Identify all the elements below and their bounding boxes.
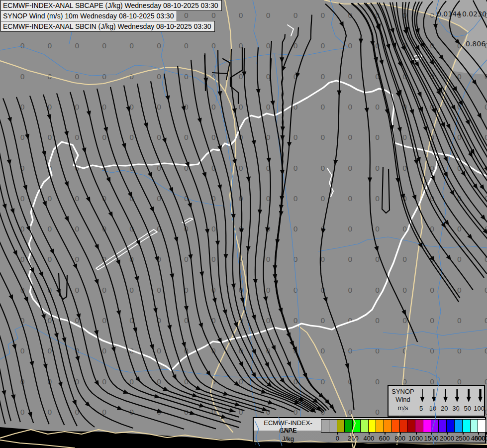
cape-tick-label: 6000	[470, 435, 487, 442]
svg-text:0: 0	[430, 286, 434, 294]
svg-text:0: 0	[320, 133, 325, 141]
wind-speed-value: 5	[415, 405, 427, 412]
svg-text:0: 0	[129, 378, 134, 386]
cape-color-swatch	[329, 420, 337, 432]
cape-color-swatch	[391, 420, 399, 432]
svg-text:0: 0	[20, 195, 24, 203]
svg-text:0: 0	[402, 317, 407, 325]
cape-color-swatch	[352, 420, 360, 432]
svg-text:0: 0	[75, 195, 79, 203]
svg-text:0: 0	[102, 286, 106, 294]
svg-text:0: 0	[457, 286, 462, 294]
svg-text:0: 0	[375, 378, 380, 386]
cape-color-swatch	[384, 420, 391, 432]
svg-text:0: 0	[47, 195, 52, 203]
svg-text:0: 0	[485, 103, 487, 111]
svg-text:0: 0	[348, 225, 352, 233]
svg-text:0: 0	[239, 103, 243, 111]
svg-text:0: 0	[348, 73, 352, 81]
svg-text:0: 0	[402, 133, 407, 141]
cape-color-swatch	[454, 420, 462, 432]
station-value: 0.806	[466, 40, 486, 48]
svg-text:0: 0	[375, 133, 380, 141]
svg-text:0: 0	[457, 317, 462, 325]
svg-text:0: 0	[47, 408, 52, 416]
cape-color-swatch	[446, 420, 454, 432]
svg-text:0: 0	[211, 225, 216, 233]
svg-text:0: 0	[293, 195, 297, 203]
svg-text:0: 0	[75, 133, 79, 141]
svg-text:0: 0	[485, 133, 487, 141]
svg-text:0: 0	[75, 225, 79, 233]
cape-color-swatch	[399, 420, 407, 432]
svg-text:0: 0	[47, 347, 52, 355]
svg-text:0: 0	[211, 103, 216, 111]
svg-text:0: 0	[320, 317, 325, 325]
svg-text:0: 0	[129, 42, 134, 50]
wind-legend-title: SYNOP	[389, 388, 417, 395]
svg-text:0: 0	[102, 42, 106, 50]
svg-text:0: 0	[211, 133, 216, 141]
svg-text:0: 0	[129, 73, 134, 81]
svg-text:0: 0	[375, 408, 380, 416]
cape-color-swatch	[431, 420, 439, 432]
svg-text:0: 0	[320, 347, 325, 355]
cape-color-swatch	[344, 420, 352, 432]
station-value: 0.0144	[437, 10, 461, 18]
map-canvas: 0000000000000000000000000000000000000000…	[0, 0, 487, 448]
svg-text:0: 0	[75, 255, 79, 263]
cape-color-swatch	[337, 420, 345, 432]
svg-text:0: 0	[129, 133, 134, 141]
svg-text:0: 0	[266, 103, 270, 111]
svg-text:0: 0	[211, 255, 216, 263]
svg-text:0: 0	[293, 11, 297, 19]
svg-text:0: 0	[75, 42, 79, 50]
svg-text:0: 0	[375, 164, 380, 172]
cape-legend-units: J/kg	[256, 435, 320, 443]
svg-text:0: 0	[348, 164, 352, 172]
svg-text:0: 0	[457, 225, 462, 233]
weather-map-screenshot: 0000000000000000000000000000000000000000…	[0, 0, 487, 448]
title-sbcape: ECMWF-INDEX-ANAL SBCAPE (J/kg) Wednesday…	[0, 0, 222, 11]
svg-text:0: 0	[102, 317, 106, 325]
map-title-legend: ECMWF-INDEX-ANAL SBCAPE (J/kg) Wednesday…	[0, 0, 222, 32]
cape-color-legend: ECMWF-INDEX-ANAL CAPE J/kg 0200400600800…	[253, 417, 486, 444]
svg-text:0: 0	[320, 73, 325, 81]
svg-text:0: 0	[320, 378, 325, 386]
svg-text:0: 0	[184, 133, 189, 141]
svg-text:0: 0	[457, 347, 462, 355]
svg-text:0: 0	[20, 347, 24, 355]
map-grid-value: 0	[429, 406, 433, 413]
svg-text:0: 0	[239, 164, 243, 172]
svg-text:0: 0	[266, 317, 270, 325]
svg-text:0: 0	[75, 317, 79, 325]
svg-text:0: 0	[47, 133, 52, 141]
svg-text:0: 0	[320, 164, 325, 172]
svg-text:0: 0	[375, 317, 380, 325]
svg-text:0: 0	[239, 11, 243, 19]
svg-text:0: 0	[293, 408, 297, 416]
wind-speed-legend: 0 0 0 SYNOP Wind m/s 5 10 20 30 50 100	[388, 385, 485, 417]
svg-text:0: 0	[430, 317, 434, 325]
svg-text:0: 0	[485, 286, 487, 294]
wind-speed-value: 20	[439, 405, 450, 412]
svg-text:0: 0	[348, 286, 352, 294]
svg-text:0: 0	[266, 255, 270, 263]
svg-text:0: 0	[129, 286, 134, 294]
wind-speed-value: 50	[462, 405, 473, 412]
cape-color-swatch	[438, 420, 446, 432]
title-synop-wind: SYNOP Wind (m/s) 10m Wednesday 08-10-202…	[0, 10, 177, 21]
svg-text:0: 0	[485, 317, 487, 325]
svg-text:0: 0	[320, 255, 325, 263]
svg-text:0: 0	[348, 42, 352, 50]
svg-text:0: 0	[293, 225, 297, 233]
svg-text:0: 0	[75, 286, 79, 294]
svg-text:0: 0	[157, 42, 161, 50]
svg-text:0: 0	[348, 103, 352, 111]
svg-text:0: 0	[47, 317, 52, 325]
cape-color-swatch	[462, 420, 470, 432]
svg-text:0: 0	[320, 11, 325, 19]
svg-text:0: 0	[293, 317, 297, 325]
svg-text:0: 0	[47, 42, 52, 50]
svg-text:0: 0	[102, 103, 106, 111]
